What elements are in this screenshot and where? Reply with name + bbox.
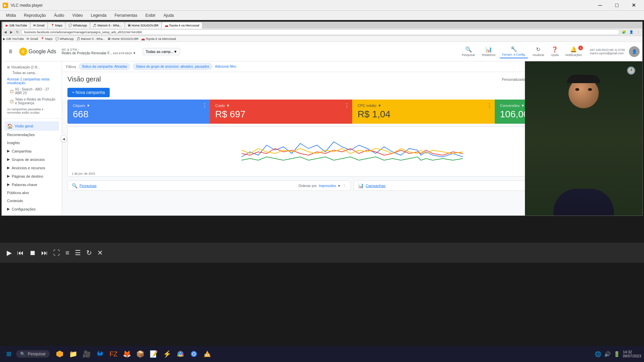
browser-tab-maroon5[interactable]: 🎵 Maroon 5 - Wha...	[90, 22, 124, 28]
sidebar-item-insights[interactable]: Insights	[4, 139, 59, 147]
filter-add-button[interactable]: Adicionar filtro	[215, 65, 236, 68]
minimize-button[interactable]: ─	[592, 0, 608, 11]
bookmark-gmail[interactable]: ✉ Gmail	[26, 37, 38, 41]
bookmark-toyota[interactable]: 🚗 Toyota é na Mercossal	[141, 37, 176, 41]
browser-tab-youtube[interactable]: ▶ GiB YouTube	[3, 22, 30, 28]
browser-tab-maps[interactable]: 📍 Maps	[48, 22, 65, 28]
nav-help[interactable]: ❓ Ajuda	[548, 45, 561, 58]
sort-dropdown-icon[interactable]: ▼	[337, 184, 341, 188]
loop-button[interactable]: ↻	[85, 247, 93, 258]
user-avatar[interactable]: 👤	[629, 46, 640, 57]
browser-tab-sougov[interactable]: 🏛 Home SOUGOV.BR	[125, 22, 161, 28]
menu-video[interactable]: Vídeo	[69, 12, 86, 19]
campaigns-table-title[interactable]: Campanhas	[366, 184, 385, 188]
taskbar-app-hex[interactable]	[54, 348, 66, 360]
refresh-button[interactable]: ↻	[15, 30, 20, 34]
nav-tools[interactable]: 🔧 Ferram. e Config.	[499, 45, 528, 58]
nav-reports[interactable]: 📊 Relatórios	[479, 45, 498, 58]
sidebar-item-landing[interactable]: ▶ Páginas de destino	[4, 172, 59, 180]
metric-cpc-more[interactable]: ⋮	[487, 102, 492, 109]
skip-forward-button[interactable]: ⏭	[40, 248, 49, 258]
sidebar-item-campaigns[interactable]: ▶ Campanhas	[4, 147, 59, 155]
campaign-selector[interactable]: Todas as camp... ▼	[143, 48, 180, 55]
hamburger-menu[interactable]: ☰	[4, 46, 16, 58]
searches-table-title[interactable]: Pesquisas	[79, 184, 97, 188]
taskbar-app-edge[interactable]	[94, 348, 106, 360]
sidebar-item-content[interactable]: Conteúdo	[4, 197, 59, 205]
menu-exibir[interactable]: Exibir	[142, 12, 159, 19]
taskbar-app-firefox[interactable]: 🦊	[121, 348, 133, 360]
bookmark-youtube[interactable]: ▶ GiB YouTube	[3, 37, 24, 41]
sidebar-collapse-button[interactable]: ◀	[60, 135, 67, 142]
maximize-button[interactable]: □	[609, 0, 625, 11]
taskbar-app-chrome[interactable]	[174, 348, 186, 360]
sidebar-campaign-telas[interactable]: 📋 Telas e Redes de Proteção e Segurança	[4, 96, 59, 106]
filter-tag-campaign[interactable]: Status da campanha: Ativadas	[79, 63, 130, 70]
taskbar-app-lightning[interactable]: ⚡	[161, 348, 173, 360]
fullscreen-button[interactable]: ⛶	[52, 248, 61, 258]
menu-reprodução[interactable]: Reprodução	[20, 12, 49, 19]
forward-button[interactable]: ▶	[9, 30, 14, 34]
access-campaigns-link[interactable]: Acessar 2 campanhas nesta visualização	[4, 76, 59, 86]
stop-button[interactable]: ⏹	[28, 248, 37, 258]
taskbar-app-chrome2[interactable]	[188, 348, 200, 360]
nav-notifications[interactable]: 🔔 1 Notificações	[562, 45, 584, 58]
bookmark-maps[interactable]: 📍 Maps	[41, 37, 53, 41]
taskbar-volume-icon[interactable]: 🔊	[604, 351, 611, 357]
taskbar-app-package[interactable]: 📦	[134, 348, 146, 360]
taskbar-app-vlc[interactable]: VLC	[201, 348, 213, 360]
sidebar-campaign-03[interactable]: 📋 03 - Search - ABO - 27 ABR 23	[4, 86, 59, 96]
taskbar: ⊞ 🔍 Pesquisar 📁 🎥 FZ 🦊 📦 📝 ⚡	[0, 346, 644, 362]
bookmark-maroon5[interactable]: 🎵 Maroon 5 - Wha...	[76, 37, 105, 41]
metric-clicks-more[interactable]: ⋮	[202, 102, 207, 109]
browser-tab-whatsapp[interactable]: 💬 WhatsApp	[66, 22, 90, 28]
taskbar-battery-icon[interactable]: 🔋	[613, 351, 620, 357]
browser-tab-gmail[interactable]: ✉ Gmail	[31, 22, 47, 28]
sidebar-item-overview[interactable]: 🏠 Visão geral	[4, 121, 59, 131]
taskbar-app-filezilla[interactable]: FZ	[107, 348, 119, 360]
nav-update[interactable]: ↻ Atualizar	[530, 45, 547, 58]
sidebar-item-keywords[interactable]: ▶ Palavras-chave	[4, 180, 59, 189]
playlist-button[interactable]: ☰	[73, 247, 82, 258]
metric-cost-more[interactable]: ⋮	[344, 102, 350, 109]
bookmark-sougov[interactable]: 🏛 Home SOUGOV.BR	[108, 37, 139, 41]
taskbar-app-files[interactable]: 📁	[67, 348, 79, 360]
cpc-dropdown-icon[interactable]: ▼	[378, 104, 381, 108]
sidebar-item-history[interactable]: Histórico de alterações	[4, 213, 59, 216]
nav-search[interactable]: 🔍 Pesquisar	[459, 45, 478, 58]
sidebar-item-recommendations[interactable]: Recomendações	[4, 131, 59, 139]
start-button[interactable]: ⊞	[3, 348, 15, 360]
equalizer-button[interactable]: ≡	[64, 248, 71, 258]
cost-dropdown-icon[interactable]: ▼	[226, 104, 230, 108]
conversions-dropdown-icon[interactable]: ▼	[521, 104, 525, 108]
sort-value[interactable]: Impressões	[319, 184, 336, 188]
skip-back-button[interactable]: ⏮	[16, 248, 25, 258]
extensions-button[interactable]: 🧩	[621, 30, 627, 34]
menu-audio[interactable]: Áudio	[51, 12, 68, 19]
browser-tab-toyota[interactable]: 🚗 Toyota é na Mercossal	[162, 22, 202, 28]
filter-tag-adgroup[interactable]: Status do grupo de anúncios: ativados, p…	[133, 63, 212, 70]
url-bar[interactable]: business.facebook.com/adsmanager/manage/…	[21, 29, 620, 35]
taskbar-search[interactable]: 🔍 Pesquisar	[16, 350, 50, 358]
profile-button[interactable]: 👤	[628, 30, 634, 34]
menu-ferramentas[interactable]: Ferramentas	[111, 12, 141, 19]
new-campaign-button[interactable]: + Nova campanha	[67, 88, 110, 97]
play-button[interactable]: ▶	[5, 247, 13, 258]
taskbar-app-video[interactable]: 🎥	[80, 348, 93, 360]
sidebar-item-ads[interactable]: ▶ Anúncios e recursos	[4, 164, 59, 172]
searches-more-button[interactable]: ⋮	[343, 184, 346, 188]
taskbar-network-icon[interactable]: 🌐	[595, 351, 601, 357]
sidebar-item-settings[interactable]: ▶ Configurações	[4, 205, 59, 213]
shuffle-button[interactable]: ✕	[96, 247, 104, 258]
sidebar-item-adgroups[interactable]: ▶ Grupos de anúncios	[4, 155, 59, 164]
close-button[interactable]: ✕	[626, 0, 641, 11]
bookmark-whatsapp[interactable]: 💬 WhatsApp	[55, 37, 74, 41]
menu-dots-button[interactable]: ⋮	[636, 30, 641, 34]
menu-legenda[interactable]: Legenda	[88, 12, 110, 19]
menu-media[interactable]: Mídia	[3, 12, 19, 19]
menu-ajuda[interactable]: Ajuda	[160, 12, 177, 19]
back-button[interactable]: ◀	[3, 30, 8, 34]
clicks-dropdown-icon[interactable]: ▼	[87, 104, 90, 108]
sidebar-item-audiences[interactable]: Públicos-alvo	[4, 189, 59, 197]
taskbar-app-notes[interactable]: 📝	[148, 348, 160, 360]
